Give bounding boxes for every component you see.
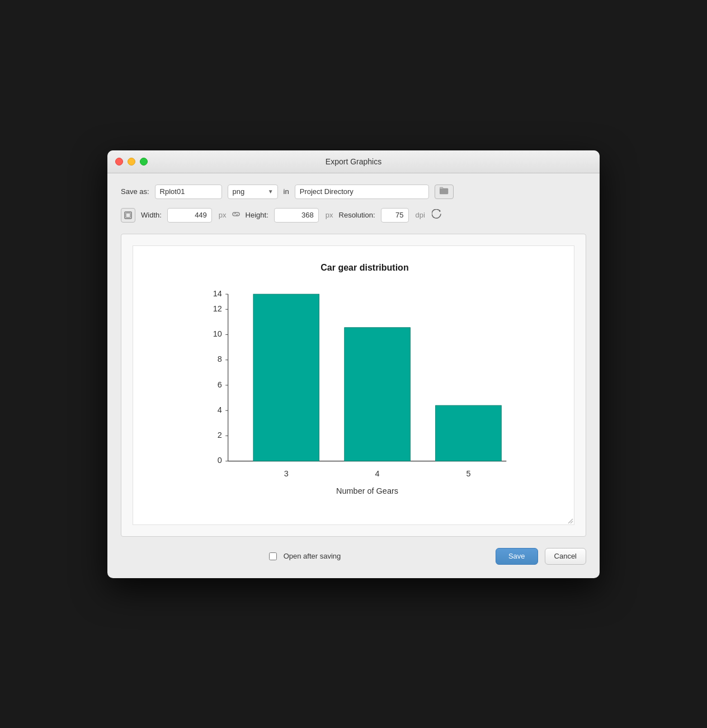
height-unit: px [326, 211, 333, 219]
svg-text:4: 4 [375, 469, 380, 478]
export-graphics-window: Export Graphics Save as: png jpg pdf svg… [107, 150, 600, 578]
in-label: in [284, 187, 289, 196]
folder-browse-button[interactable] [435, 185, 454, 199]
svg-text:2: 2 [218, 431, 222, 439]
width-input[interactable] [167, 208, 212, 223]
minimize-button[interactable] [128, 158, 135, 166]
filename-input[interactable] [155, 185, 222, 199]
resolution-unit: dpi [416, 211, 425, 219]
width-unit: px [219, 211, 227, 219]
svg-text:6: 6 [218, 380, 222, 389]
directory-input[interactable] [295, 185, 429, 199]
bar-3 [253, 294, 319, 461]
maximize-button[interactable] [140, 158, 148, 166]
chart-title: Car gear distribution [167, 263, 563, 273]
close-button[interactable] [115, 158, 123, 166]
bar-chart: 0 2 4 6 8 10 [167, 284, 563, 497]
bar-4 [345, 327, 411, 461]
title-bar: Export Graphics [107, 150, 600, 173]
save-as-row: Save as: png jpg pdf svg eps tiff ▼ in [121, 185, 586, 199]
open-after-saving-label: Open after saving [284, 552, 341, 560]
svg-text:12: 12 [213, 304, 222, 313]
open-after-saving-checkbox[interactable] [269, 552, 277, 560]
svg-text:8: 8 [218, 354, 222, 363]
window-body: Save as: png jpg pdf svg eps tiff ▼ in [107, 173, 600, 578]
cancel-button[interactable]: Cancel [545, 548, 586, 565]
save-as-label: Save as: [121, 187, 149, 196]
dimensions-row: Width: px Height: px Resolution: dpi [121, 208, 586, 223]
aspect-ratio-button[interactable] [121, 208, 135, 223]
x-axis-label: Number of Gears [336, 486, 398, 495]
svg-rect-0 [440, 188, 448, 194]
resolution-input[interactable] [381, 208, 409, 223]
bar-5 [436, 405, 502, 461]
link-icon [232, 210, 240, 220]
traffic-lights [115, 158, 148, 166]
width-label: Width: [141, 211, 162, 219]
resize-handle[interactable] [563, 513, 574, 524]
format-select[interactable]: png jpg pdf svg eps tiff [228, 185, 278, 199]
svg-rect-1 [440, 187, 443, 189]
svg-text:0: 0 [218, 456, 222, 465]
svg-text:14: 14 [213, 289, 222, 297]
save-button[interactable]: Save [496, 548, 538, 565]
preview-area: Car gear distribution 0 2 4 [121, 234, 586, 537]
svg-text:10: 10 [213, 329, 222, 338]
height-label: Height: [246, 211, 268, 219]
reset-button[interactable] [431, 208, 443, 223]
bottom-row: Open after saving Save Cancel [121, 548, 586, 565]
open-after-saving-group: Open after saving [121, 552, 489, 560]
folder-icon [440, 187, 449, 196]
svg-rect-3 [126, 213, 130, 218]
format-select-wrapper: png jpg pdf svg eps tiff ▼ [228, 185, 278, 199]
svg-text:3: 3 [284, 469, 289, 478]
svg-text:4: 4 [218, 405, 222, 414]
svg-text:5: 5 [466, 469, 470, 478]
window-title: Export Graphics [326, 157, 381, 166]
height-input[interactable] [274, 208, 319, 223]
resolution-label: Resolution: [339, 211, 375, 219]
chart-container: Car gear distribution 0 2 4 [133, 245, 574, 525]
